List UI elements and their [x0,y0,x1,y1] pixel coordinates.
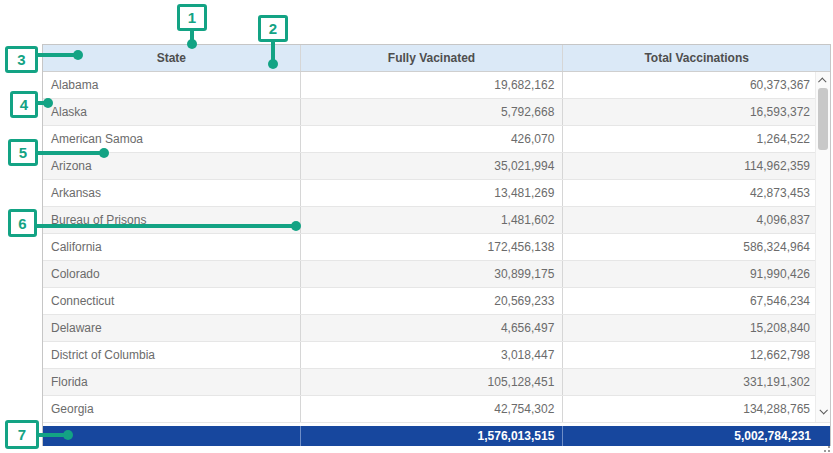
callout-stem-6 [37,224,292,228]
cell-total-vaccinations[interactable]: 42,873,453 [563,180,830,206]
callout-marker-3: 3 [5,46,38,73]
total-cell-state [43,426,301,446]
cell-fully-vaccinated[interactable]: 1,481,602 [301,207,564,233]
cell-total-vaccinations[interactable]: 67,546,234 [563,288,830,314]
table-row[interactable]: Alabama19,682,16260,373,367 [43,72,830,99]
table-header-row: State Fully Vacinated Total Vaccinations [43,45,830,72]
callout-stem-7 [39,433,64,437]
cell-total-vaccinations[interactable]: 114,962,359 [563,153,830,179]
callout-dot-1 [187,39,197,49]
cell-state[interactable]: Delaware [43,315,301,341]
scroll-down-button[interactable] [816,404,830,418]
cell-fully-vaccinated[interactable]: 3,018,447 [301,342,564,368]
callout-marker-5: 5 [8,139,38,166]
column-header-total-vaccinations[interactable]: Total Vaccinations [563,45,830,71]
cell-fully-vaccinated[interactable]: 172,456,138 [301,234,564,260]
cell-fully-vaccinated[interactable]: 19,682,162 [301,72,564,98]
chevron-down-icon [819,406,827,414]
scrollbar-thumb[interactable] [818,88,828,150]
cell-fully-vaccinated[interactable]: 35,021,994 [301,153,564,179]
callout-stem-3 [38,53,74,57]
cell-state[interactable]: District of Columbia [43,342,301,368]
cell-state[interactable]: Arkansas [43,180,301,206]
total-cell-fully-vaccinated: 1,576,013,515 [301,426,564,446]
cell-state[interactable]: Connecticut [43,288,301,314]
table-row[interactable]: Florida105,128,451331,191,302 [43,369,830,396]
table-row[interactable]: American Samoa426,0701,264,522 [43,126,830,153]
cell-fully-vaccinated[interactable]: 5,792,668 [301,99,564,125]
chevron-up-icon [818,77,826,85]
table-total-row: 1,576,013,515 5,002,784,231 [43,426,830,446]
column-header-fully-vaccinated[interactable]: Fully Vacinated [301,45,564,71]
cell-state[interactable]: Georgia [43,396,301,422]
table-row[interactable]: Arkansas13,481,26942,873,453 [43,180,830,207]
scroll-up-button[interactable] [816,74,830,88]
resize-grip-icon[interactable] [820,444,830,452]
callout-dot-6 [291,221,301,231]
cell-fully-vaccinated[interactable]: 13,481,269 [301,180,564,206]
cell-fully-vaccinated[interactable]: 30,899,175 [301,261,564,287]
callout-dot-5 [99,148,109,158]
table-row[interactable]: California172,456,138586,324,964 [43,234,830,261]
vertical-scrollbar[interactable] [815,72,830,422]
table-row[interactable]: District of Columbia3,018,44712,662,798 [43,342,830,369]
callout-stem-5 [38,151,100,155]
cell-state[interactable]: Florida [43,369,301,395]
cell-state[interactable]: California [43,234,301,260]
cell-total-vaccinations[interactable]: 1,264,522 [563,126,830,152]
cell-fully-vaccinated[interactable]: 42,754,302 [301,396,564,422]
cell-total-vaccinations[interactable]: 60,373,367 [563,72,830,98]
callout-dot-2 [268,59,278,69]
table-row[interactable]: Connecticut20,569,23367,546,234 [43,288,830,315]
table-body: Alabama19,682,16260,373,367Alaska5,792,6… [43,72,830,423]
cell-total-vaccinations[interactable]: 12,662,798 [563,342,830,368]
callout-stem-2 [271,42,275,60]
callout-marker-4: 4 [10,91,38,118]
cell-state[interactable]: American Samoa [43,126,301,152]
cell-total-vaccinations[interactable]: 91,990,426 [563,261,830,287]
cell-total-vaccinations[interactable]: 16,593,372 [563,99,830,125]
cell-state[interactable]: Bureau of Prisons [43,207,301,233]
page: { "table": { "columns": [ {"label": "Sta… [0,0,833,453]
callout-dot-3 [73,50,83,60]
cell-fully-vaccinated[interactable]: 20,569,233 [301,288,564,314]
list-table: State Fully Vacinated Total Vaccinations… [42,44,831,446]
cell-total-vaccinations[interactable]: 4,096,837 [563,207,830,233]
callout-dot-7 [63,430,73,440]
callout-dot-4 [43,98,53,108]
callout-marker-1: 1 [177,4,207,31]
cell-total-vaccinations[interactable]: 134,288,765 [563,396,830,422]
cell-fully-vaccinated[interactable]: 4,656,497 [301,315,564,341]
cell-fully-vaccinated[interactable]: 426,070 [301,126,564,152]
table-row[interactable]: Georgia42,754,302134,288,765 [43,396,830,423]
cell-total-vaccinations[interactable]: 331,191,302 [563,369,830,395]
cell-state[interactable]: Arizona [43,153,301,179]
cell-state[interactable]: Alaska [43,99,301,125]
cell-state[interactable]: Colorado [43,261,301,287]
callout-marker-2: 2 [258,15,288,42]
table-row[interactable]: Alaska5,792,66816,593,372 [43,99,830,126]
table-row[interactable]: Bureau of Prisons1,481,6024,096,837 [43,207,830,234]
cell-state[interactable]: Alabama [43,72,301,98]
table-row[interactable]: Arizona35,021,994114,962,359 [43,153,830,180]
cell-total-vaccinations[interactable]: 586,324,964 [563,234,830,260]
cell-fully-vaccinated[interactable]: 105,128,451 [301,369,564,395]
total-cell-total-vaccinations: 5,002,784,231 [563,426,830,446]
callout-marker-7: 7 [5,420,39,449]
cell-total-vaccinations[interactable]: 15,208,840 [563,315,830,341]
table-row[interactable]: Delaware4,656,49715,208,840 [43,315,830,342]
callout-marker-6: 6 [8,209,37,237]
table-row[interactable]: Colorado30,899,17591,990,426 [43,261,830,288]
